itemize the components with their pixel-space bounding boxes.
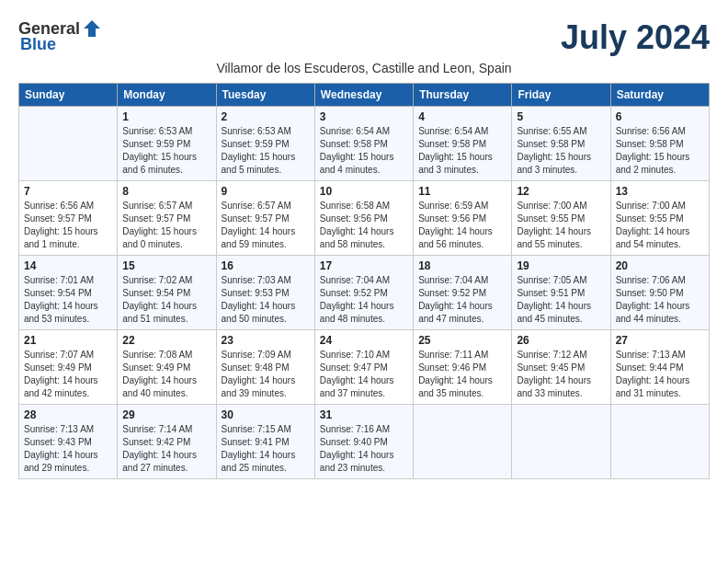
calendar-cell: 20Sunrise: 7:06 AMSunset: 9:50 PMDayligh… [610,256,709,330]
calendar-cell [512,405,610,479]
day-info: Sunrise: 6:58 AMSunset: 9:56 PMDaylight:… [320,200,408,251]
day-info: Sunrise: 6:55 AMSunset: 9:58 PMDaylight:… [517,125,605,177]
calendar-cell: 21Sunrise: 7:07 AMSunset: 9:49 PMDayligh… [19,330,118,405]
day-info: Sunrise: 7:03 AMSunset: 9:53 PMDaylight:… [222,274,310,326]
calendar-cell: 29Sunrise: 7:14 AMSunset: 9:42 PMDayligh… [118,405,216,479]
day-number: 18 [418,259,506,272]
day-info: Sunrise: 7:05 AMSunset: 9:51 PMDaylight:… [517,274,605,326]
calendar-cell [610,405,709,479]
calendar-week-row: 28Sunrise: 7:13 AMSunset: 9:43 PMDayligh… [19,405,710,479]
day-number: 17 [320,259,408,272]
day-info: Sunrise: 7:13 AMSunset: 9:44 PMDaylight:… [616,349,704,400]
day-info: Sunrise: 7:00 AMSunset: 9:55 PMDaylight:… [517,200,605,251]
calendar-cell: 26Sunrise: 7:12 AMSunset: 9:45 PMDayligh… [512,330,610,405]
day-number: 28 [24,408,112,421]
day-info: Sunrise: 7:04 AMSunset: 9:52 PMDaylight:… [320,274,408,326]
day-number: 4 [418,110,506,123]
day-info: Sunrise: 6:54 AMSunset: 9:58 PMDaylight:… [320,125,408,177]
calendar-cell: 14Sunrise: 7:01 AMSunset: 9:54 PMDayligh… [19,256,118,330]
day-header-saturday: Saturday [610,84,709,107]
day-info: Sunrise: 7:14 AMSunset: 9:42 PMDaylight:… [122,423,210,475]
calendar-table: SundayMondayTuesdayWednesdayThursdayFrid… [18,83,710,479]
calendar-cell: 4Sunrise: 6:54 AMSunset: 9:58 PMDaylight… [414,107,512,181]
day-number: 10 [320,185,408,198]
day-number: 25 [418,334,506,347]
day-info: Sunrise: 7:16 AMSunset: 9:40 PMDaylight:… [320,423,408,475]
day-header-thursday: Thursday [414,84,512,107]
day-info: Sunrise: 6:59 AMSunset: 9:56 PMDaylight:… [418,200,506,251]
calendar-cell: 12Sunrise: 7:00 AMSunset: 9:55 PMDayligh… [512,181,610,256]
day-number: 11 [418,185,506,198]
day-header-monday: Monday [118,84,216,107]
day-number: 6 [616,110,704,123]
day-info: Sunrise: 7:08 AMSunset: 9:49 PMDaylight:… [122,349,210,400]
days-header-row: SundayMondayTuesdayWednesdayThursdayFrid… [19,84,710,107]
day-number: 3 [320,110,408,123]
calendar-cell: 5Sunrise: 6:55 AMSunset: 9:58 PMDaylight… [512,107,610,181]
day-number: 29 [122,408,210,421]
calendar-cell: 13Sunrise: 7:00 AMSunset: 9:55 PMDayligh… [610,181,709,256]
calendar-cell [414,405,512,479]
day-number: 12 [517,185,605,198]
day-info: Sunrise: 7:10 AMSunset: 9:47 PMDaylight:… [320,349,408,400]
day-number: 2 [222,110,310,123]
calendar-cell: 24Sunrise: 7:10 AMSunset: 9:47 PMDayligh… [314,330,413,405]
logo: General Blue [18,18,102,54]
day-number: 21 [24,334,112,347]
calendar-cell: 31Sunrise: 7:16 AMSunset: 9:40 PMDayligh… [314,405,413,479]
day-number: 31 [320,408,408,421]
calendar-cell: 23Sunrise: 7:09 AMSunset: 9:48 PMDayligh… [216,330,314,405]
calendar-cell: 17Sunrise: 7:04 AMSunset: 9:52 PMDayligh… [314,256,413,330]
day-info: Sunrise: 7:11 AMSunset: 9:46 PMDaylight:… [418,349,506,400]
calendar-week-row: 1Sunrise: 6:53 AMSunset: 9:59 PMDaylight… [19,107,710,181]
day-number: 27 [616,334,704,347]
day-info: Sunrise: 6:54 AMSunset: 9:58 PMDaylight:… [418,125,506,177]
day-info: Sunrise: 6:53 AMSunset: 9:59 PMDaylight:… [122,125,210,177]
day-info: Sunrise: 7:02 AMSunset: 9:54 PMDaylight:… [122,274,210,326]
calendar-cell: 18Sunrise: 7:04 AMSunset: 9:52 PMDayligh… [414,256,512,330]
calendar-cell: 8Sunrise: 6:57 AMSunset: 9:57 PMDaylight… [118,181,216,256]
day-header-tuesday: Tuesday [216,84,314,107]
day-info: Sunrise: 6:57 AMSunset: 9:57 PMDaylight:… [222,200,310,251]
day-number: 5 [517,110,605,123]
day-number: 15 [122,259,210,272]
day-number: 20 [616,259,704,272]
day-info: Sunrise: 6:53 AMSunset: 9:59 PMDaylight:… [222,125,310,177]
logo-blue: Blue [20,35,56,54]
calendar-cell: 28Sunrise: 7:13 AMSunset: 9:43 PMDayligh… [19,405,118,479]
day-header-friday: Friday [512,84,610,107]
day-number: 22 [122,334,210,347]
day-info: Sunrise: 7:15 AMSunset: 9:41 PMDaylight:… [222,423,310,475]
calendar-cell: 30Sunrise: 7:15 AMSunset: 9:41 PMDayligh… [216,405,314,479]
calendar-cell: 6Sunrise: 6:56 AMSunset: 9:58 PMDaylight… [610,107,709,181]
svg-marker-0 [84,20,100,37]
logo-icon [82,18,102,39]
day-header-wednesday: Wednesday [314,84,413,107]
calendar-cell: 10Sunrise: 6:58 AMSunset: 9:56 PMDayligh… [314,181,413,256]
day-number: 16 [222,259,310,272]
calendar-cell: 11Sunrise: 6:59 AMSunset: 9:56 PMDayligh… [414,181,512,256]
month-title: July 2024 [561,18,710,57]
day-number: 9 [222,185,310,198]
day-info: Sunrise: 6:57 AMSunset: 9:57 PMDaylight:… [122,200,210,251]
calendar-cell: 27Sunrise: 7:13 AMSunset: 9:44 PMDayligh… [610,330,709,405]
day-info: Sunrise: 7:00 AMSunset: 9:55 PMDaylight:… [616,200,704,251]
calendar-week-row: 21Sunrise: 7:07 AMSunset: 9:49 PMDayligh… [19,330,710,405]
calendar-cell: 1Sunrise: 6:53 AMSunset: 9:59 PMDaylight… [118,107,216,181]
day-number: 24 [320,334,408,347]
calendar-cell: 15Sunrise: 7:02 AMSunset: 9:54 PMDayligh… [118,256,216,330]
page-header: General Blue July 2024 [18,18,710,57]
day-info: Sunrise: 6:56 AMSunset: 9:57 PMDaylight:… [24,200,112,251]
calendar-cell: 3Sunrise: 6:54 AMSunset: 9:58 PMDaylight… [314,107,413,181]
calendar-cell: 2Sunrise: 6:53 AMSunset: 9:59 PMDaylight… [216,107,314,181]
day-info: Sunrise: 7:13 AMSunset: 9:43 PMDaylight:… [24,423,112,475]
calendar-cell: 7Sunrise: 6:56 AMSunset: 9:57 PMDaylight… [19,181,118,256]
day-number: 1 [122,110,210,123]
calendar-week-row: 14Sunrise: 7:01 AMSunset: 9:54 PMDayligh… [19,256,710,330]
day-number: 13 [616,185,704,198]
day-number: 8 [122,185,210,198]
day-info: Sunrise: 7:09 AMSunset: 9:48 PMDaylight:… [222,349,310,400]
day-number: 7 [24,185,112,198]
calendar-cell: 22Sunrise: 7:08 AMSunset: 9:49 PMDayligh… [118,330,216,405]
page-subtitle: Villamor de los Escuderos, Castille and … [18,61,710,75]
